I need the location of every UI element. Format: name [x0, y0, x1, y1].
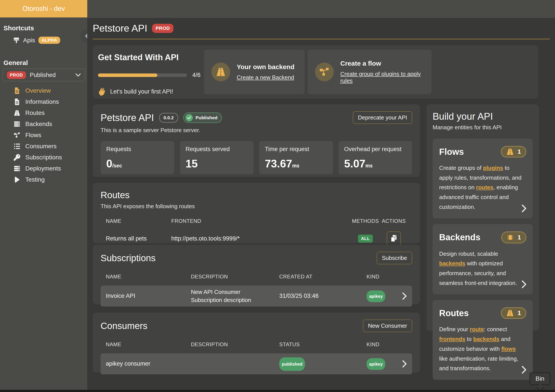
menu-label: Overview — [25, 87, 51, 94]
file-icon — [14, 87, 21, 94]
app-title-label: Otoroshi - dev — [22, 5, 65, 13]
route-frontend: http://pets.oto.tools:9999/* — [171, 235, 350, 242]
build-api-panel: Build your API Manage entities for this … — [426, 104, 539, 331]
routes-card-description: Define your route: connect frontends to … — [439, 324, 526, 373]
consumers-title: Consumers — [101, 321, 147, 331]
status-label: Published — [196, 115, 217, 120]
routes-subtitle: This API exposes the following routes — [101, 203, 412, 210]
plugins-link[interactable]: plugins — [483, 165, 503, 171]
col-header-name: NAME — [106, 218, 171, 224]
road-icon — [506, 310, 514, 317]
copy-button[interactable] — [387, 232, 401, 245]
menu-label: Deployments — [25, 165, 61, 172]
backends-link[interactable]: backends — [473, 336, 499, 342]
col-header-methods: METHODS — [350, 218, 381, 224]
text: Define your — [439, 326, 470, 333]
stat-requests-served: Requests served 15 — [180, 141, 254, 174]
status-badge: published — [279, 357, 305, 371]
stats-row: Requests 0/sec Requests served 15 Time p… — [101, 141, 412, 174]
backends-card[interactable]: Backends 1 Design robust, scalable backe… — [433, 224, 533, 295]
routes-link[interactable]: routes — [476, 184, 493, 191]
app-title[interactable]: Otoroshi - dev — [0, 0, 87, 17]
sidebar: Otoroshi - dev Shortcuts Apis ALPHA Gene… — [0, 0, 87, 392]
routes-title: Routes — [101, 190, 412, 200]
subscription-description: New API Consumer Subscription descriptio… — [191, 288, 279, 304]
road-icon — [14, 110, 21, 116]
file-icon — [14, 99, 21, 105]
routes-section: Routes This API exposes the following ro… — [93, 183, 420, 243]
road-icon — [506, 148, 514, 155]
chevron-right-icon[interactable] — [402, 360, 407, 368]
sidebar-item-deployments[interactable]: Deployments — [0, 163, 87, 174]
chevron-right-icon[interactable] — [521, 366, 527, 374]
create-flow-link[interactable]: Create group of plugins to apply rules — [340, 71, 424, 84]
bin-tooltip[interactable]: Bin — [529, 372, 550, 385]
stat-value: 5.07 — [344, 158, 365, 170]
get-started-card: Get Started With API 4/6 Let's build you… — [93, 45, 538, 99]
frontends-link[interactable]: frontends — [439, 336, 465, 342]
backends-count-badge: 1 — [501, 232, 526, 243]
sidebar-item-testing[interactable]: Testing — [0, 174, 87, 185]
key-icon — [14, 154, 21, 161]
sidebar-item-subscriptions[interactable]: Subscriptions — [0, 152, 87, 163]
sidebar-item-flows[interactable]: Flows — [0, 129, 87, 141]
backends-count: 1 — [518, 234, 521, 241]
chevron-right-icon[interactable] — [402, 292, 407, 300]
col-header-description: DESCRIPTION — [191, 341, 279, 348]
stat-unit: ms — [292, 163, 299, 169]
sidebar-item-backends[interactable]: Backends — [0, 118, 87, 129]
sitemap-icon — [315, 63, 334, 81]
chevron-right-icon[interactable] — [521, 280, 527, 288]
deprecate-api-button[interactable]: Deprecate your API — [353, 111, 412, 124]
routes-card[interactable]: Routes 1 Define your route: connect fron… — [433, 300, 533, 380]
chevron-down-icon — [75, 73, 81, 77]
backends-link[interactable]: backends — [439, 260, 465, 267]
table-row[interactable]: Returns all pets http://pets.oto.tools:9… — [101, 232, 412, 245]
chevron-right-icon[interactable] — [521, 205, 527, 212]
api-overview-card: Petstore API 0.0.2 Published Deprecate y… — [93, 104, 420, 177]
stat-label: Requests served — [186, 146, 248, 153]
sidebar-item-apis[interactable]: Apis ALPHA — [13, 37, 87, 44]
sidebar-menu: Overview Informations Routes Backends Fl… — [0, 85, 87, 185]
sitemap-icon — [14, 132, 21, 138]
subscribe-button[interactable]: Subscribe — [377, 252, 412, 264]
api-version-select[interactable]: PROD Published — [3, 69, 85, 81]
table-row[interactable]: Invoice API New API Consumer Subscriptio… — [101, 285, 412, 306]
sidebar-item-overview[interactable]: Overview — [0, 85, 87, 96]
table-row[interactable]: apikey consumer published apikey — [101, 353, 412, 374]
text: Create groups of — [439, 165, 483, 171]
prod-badge: PROD — [152, 24, 174, 33]
stat-value: 73.67 — [265, 158, 292, 170]
main-content: Petstore API PROD Get Started With API 4… — [87, 18, 555, 392]
subscription-created-at: 31/03/25 03:46 — [279, 292, 366, 299]
create-backend-link[interactable]: Create a new Backend — [237, 74, 294, 81]
road-icon — [212, 63, 230, 81]
flows-card[interactable]: Flows 1 Create groups of plugins to appl… — [433, 139, 533, 218]
version-badge: 0.0.2 — [159, 113, 178, 122]
methods-badge: ALL — [358, 235, 373, 243]
col-header-name: NAME — [106, 342, 191, 348]
sidebar-item-informations[interactable]: Informations — [0, 96, 87, 107]
menu-label: Informations — [25, 98, 59, 105]
menu-label: Subscriptions — [25, 154, 62, 161]
stat-value: 0 — [106, 158, 112, 170]
backend-card-title: Your own backend — [237, 63, 294, 71]
col-header-description: DESCRIPTION — [191, 273, 279, 280]
subscriptions-section: Subscriptions Subscribe NAME DESCRIPTION… — [93, 245, 420, 304]
route-name: Returns all pets — [106, 235, 171, 242]
sidebar-item-consumers[interactable]: Consumers — [0, 141, 87, 152]
header-divider — [93, 39, 550, 39]
new-consumer-button[interactable]: New Consumer — [363, 320, 412, 332]
progress-label: 4/6 — [192, 72, 200, 78]
stat-unit: ms — [365, 163, 372, 169]
create-flow-card[interactable]: Create a flow Create group of plugins to… — [308, 50, 431, 94]
your-own-backend-card[interactable]: Your own backend Create a new Backend — [204, 50, 305, 94]
microchip-icon — [507, 234, 514, 241]
env-value: Published — [30, 72, 56, 78]
subscription-name: Invoice API — [106, 292, 191, 299]
menu-label: Consumers — [25, 143, 57, 150]
flows-link[interactable]: flows — [501, 346, 516, 352]
text: Design robust, scalable — [439, 250, 498, 257]
sidebar-item-routes[interactable]: Routes — [0, 107, 87, 118]
route-link[interactable]: route — [470, 326, 484, 333]
